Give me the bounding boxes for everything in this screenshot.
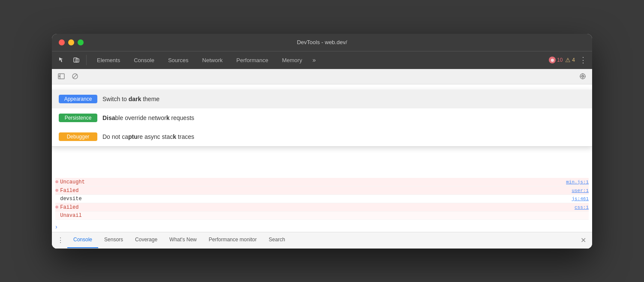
more-tabs-button[interactable]: » [309, 57, 319, 63]
error-count-badge[interactable]: ⊗ 10 [549, 57, 563, 63]
command-dropdown: Appearance Switch to dark theme Persiste… [52, 90, 592, 147]
toolbar-right: ⊗ 10 ⚠ 4 ⋮ [549, 55, 589, 65]
kebab-menu-icon[interactable]: ⋮ [578, 55, 589, 65]
drawer-tab-performance-monitor[interactable]: Performance monitor [203, 232, 263, 248]
svg-line-6 [73, 74, 77, 78]
sidebar-toggle-icon[interactable] [55, 70, 67, 82]
debugger-badge: Debugger [59, 132, 97, 141]
console-line-3: devsite js:461 [55, 195, 589, 203]
console-line-1: ⊗ Uncaught min.js:1 [55, 178, 589, 186]
main-toolbar: Elements Console Sources Network Perform… [52, 51, 592, 69]
console-location-4[interactable]: css:1 [575, 205, 589, 210]
persistence-description: Disable override network requests [102, 114, 194, 121]
drawer-tab-coverage[interactable]: Coverage [129, 232, 163, 248]
tab-elements[interactable]: Elements [90, 51, 127, 69]
console-line-2: ⊗ Failed user:1 [55, 186, 589, 195]
toolbar-tabs: Elements Console Sources Network Perform… [90, 51, 547, 69]
drawer-toolbar: ⋮ Console Sensors Coverage What's New Pe… [52, 232, 592, 249]
spacer-icon-3 [55, 196, 58, 202]
maximize-button[interactable] [78, 39, 84, 45]
debugger-description: Do not capture async stack traces [102, 133, 194, 140]
dropdown-item-persistence[interactable]: Persistence Disable override network req… [52, 108, 592, 127]
appearance-badge: Appearance [59, 95, 97, 103]
error-count: 10 [557, 57, 563, 63]
console-location-3[interactable]: js:461 [572, 196, 589, 201]
prompt-chevron: › [55, 223, 57, 230]
main-area: Appearance Switch to dark theme Persiste… [52, 69, 592, 232]
toolbar-separator [86, 55, 87, 65]
warning-count-badge[interactable]: ⚠ 4 [565, 57, 575, 63]
bottom-drawer: ⋮ Console Sensors Coverage What's New Pe… [52, 232, 592, 249]
drawer-tab-search[interactable]: Search [263, 232, 291, 248]
spacer-icon-5 [55, 213, 58, 219]
tab-console[interactable]: Console [127, 51, 161, 69]
console-line-4: ⊗ Failed css:1 [55, 203, 589, 212]
console-location-2[interactable]: user:1 [572, 188, 589, 193]
minimize-button[interactable] [68, 39, 74, 45]
dropdown-item-appearance[interactable]: Appearance Switch to dark theme [52, 90, 592, 108]
console-text-5: Unavail [60, 213, 589, 219]
device-toggle-icon[interactable] [70, 54, 83, 66]
svg-marker-4 [59, 76, 60, 77]
console-text-3: devsite [60, 196, 570, 202]
tab-network[interactable]: Network [196, 51, 230, 69]
dropdown-item-debugger[interactable]: Debugger Do not capture async stack trac… [52, 127, 592, 146]
error-icon: ⊗ [549, 57, 556, 63]
close-button[interactable] [59, 39, 65, 45]
persistence-badge: Persistence [59, 114, 97, 122]
traffic-lights [59, 39, 84, 45]
console-text-2: Failed [60, 188, 570, 194]
drawer-close-button[interactable]: ✕ [576, 236, 590, 244]
prompt-line: › [52, 222, 592, 232]
block-icon[interactable] [69, 70, 81, 82]
console-text-4: Failed [60, 204, 573, 210]
error-icon-2: ⊗ [55, 187, 58, 194]
warning-count: 4 [572, 57, 575, 63]
drawer-tab-whatsnew[interactable]: What's New [163, 232, 203, 248]
devtools-window: DevTools - web.dev/ Elements Console Sou… [52, 34, 592, 249]
drawer-tab-console[interactable]: Console [67, 232, 98, 248]
drawer-tab-sensors[interactable]: Sensors [98, 232, 129, 248]
tab-memory[interactable]: Memory [275, 51, 309, 69]
console-location-1[interactable]: min.js:1 [566, 180, 589, 185]
error-icon-4: ⊗ [55, 204, 58, 210]
title-bar: DevTools - web.dev/ [52, 34, 592, 51]
drawer-dots-icon[interactable]: ⋮ [54, 236, 67, 244]
inspect-element-icon[interactable] [55, 54, 68, 66]
console-text-1: Uncaught [60, 179, 564, 185]
settings-gear-icon[interactable] [577, 70, 589, 82]
warning-icon: ⚠ [565, 57, 571, 63]
svg-point-8 [582, 75, 584, 78]
error-icon-1: ⊗ [55, 179, 58, 185]
console-line-5: Unavail [55, 212, 589, 220]
window-title: DevTools - web.dev/ [297, 39, 347, 45]
appearance-description: Switch to dark theme [102, 96, 159, 102]
second-toolbar [52, 69, 592, 84]
tab-performance[interactable]: Performance [229, 51, 275, 69]
tab-sources[interactable]: Sources [161, 51, 196, 69]
